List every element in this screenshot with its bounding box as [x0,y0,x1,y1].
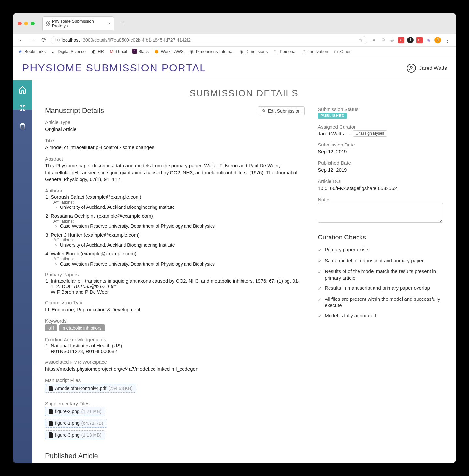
new-tab-button[interactable]: + [119,20,126,27]
ext-icon[interactable]: 1 [407,37,414,43]
reload-button[interactable]: ⟳ [40,36,48,44]
curation-check-item[interactable]: ✓Same model in manuscript and primary pa… [318,257,443,265]
abstract: This Physiome paper describes data and m… [45,162,305,183]
check-icon: ✓ [318,313,322,320]
favicon [46,21,50,26]
bookmark-item[interactable]: ⠿Digital Science [51,49,86,54]
tab-title: Phyisome Submission Prototyp [52,19,106,28]
file-size: (754.63 KB) [108,386,133,391]
notes-textarea[interactable] [318,203,443,223]
star-icon[interactable]: ☆ [359,38,363,43]
url-host: localhost [62,38,80,43]
file-size: (1.21 MB) [81,409,101,414]
ext-icon[interactable]: ◎ [389,37,395,43]
affiliation: University of Auckland, Auckland Bioengi… [60,242,305,248]
check-label: Same model in manuscript and primary pap… [325,257,423,264]
pub-date: Sep 12, 2019 [318,166,443,173]
funding-list: National Institutes of Health (US)R01NS0… [45,343,305,354]
abstract-label: Abstract [45,156,305,161]
home-icon[interactable] [18,85,27,95]
sub-date: Sep 12, 2019 [318,148,443,155]
funding-label: Funding Acknowledgements [45,337,305,342]
keyword-tag: metabolic inhibitors [59,324,105,331]
bookmark-item[interactable]: ◉Dimensions [239,49,268,54]
commission-label: Commission Type [45,300,305,305]
close-window[interactable] [18,22,22,25]
bookmark-item[interactable]: ◉Dimensions-Internal [189,49,234,54]
file-name: figure-1.png [55,421,80,426]
curation-check-item[interactable]: ✓All files are present within the model … [318,296,443,309]
author-item: Rossanna Occhipinti (example@example.com… [51,213,305,229]
bookmark-item[interactable]: #Slack [132,49,149,54]
check-icon: ✓ [318,258,322,265]
bookmark-item[interactable]: ⬢Work - AWS [154,49,184,54]
supplementary-files: figure-2.png (1.21 MB)figure-1.png (64.7… [45,407,305,442]
authors-list: Soroush Safaei (example@example.com)Affi… [45,194,305,267]
ext-icon[interactable]: ◉ [425,37,432,43]
curation-check-item[interactable]: ✓Model is fully annotated [318,313,443,320]
maximize-window[interactable] [31,22,35,25]
close-tab-icon[interactable]: × [108,21,110,26]
doi-label: Article DOI [318,178,443,184]
file-chip[interactable]: figure-2.png (1.21 MB) [45,407,105,416]
edit-submission-button[interactable]: ✎ Edit Submission [258,106,305,115]
page-title: SUBMISSION DETAILS [45,88,443,99]
file-chip[interactable]: AmodelofpHcontrolv4.pdf (754.63 KB) [45,384,136,393]
author-item: Soroush Safaei (example@example.com)Affi… [51,194,305,210]
manuscript-files: AmodelofpHcontrolv4.pdf (754.63 KB) [45,384,305,395]
check-icon: ✓ [318,269,322,275]
bookmark-item[interactable]: 🗀Innovation [301,49,328,54]
menu-icon[interactable]: ⋮ [444,36,451,44]
bookmark-item[interactable]: MGmail [109,49,127,54]
affiliation: University of Auckland, Auckland Bioengi… [60,205,305,210]
curation-check-item[interactable]: ✓Results in manuscript and primary paper… [318,285,443,292]
check-icon: ✓ [318,297,322,303]
notes-label: Notes [318,197,443,202]
manuscript-heading: Manuscript Details [45,106,104,115]
bookmark-item[interactable]: 🗀Personal [273,49,296,54]
sidebar [13,80,32,463]
ext-icon[interactable]: ◆ [371,37,377,43]
published-heading: Published Article [45,452,305,460]
curation-check-item[interactable]: ✓Primary paper exists [318,246,443,253]
ext-icon[interactable]: ① [380,37,386,43]
browser-tab[interactable]: Phyisome Submission Prototyp × [42,16,114,30]
bookmark-item[interactable]: ★Bookmarks [18,49,46,54]
trash-icon[interactable] [18,121,27,131]
expand-icon[interactable] [18,103,27,113]
article-type-label: Article Type [45,119,305,125]
file-icon [49,409,53,414]
pencil-icon: ✎ [262,108,266,114]
profile-avatar[interactable]: J [434,37,441,43]
ext-icon[interactable]: G [416,37,423,43]
file-icon [49,386,53,391]
user-chip[interactable]: Jared Watts [407,64,447,73]
check-label: All files are present within the model a… [325,296,443,309]
file-chip[interactable]: figure-3.png (1.13 MB) [45,430,105,439]
pmr-workspace: https://models.physiomeproject.org/e/4a7… [45,365,305,372]
doi: 10.0166/FK2.stagefigshare.6532562 [318,185,443,192]
checks-heading: Curation Checks [318,234,443,241]
minimize-window[interactable] [24,22,28,25]
back-button[interactable]: ← [18,36,25,44]
bookmark-item[interactable]: 🗀Other [333,49,351,54]
user-avatar-icon [407,64,416,73]
bookmark-item[interactable]: ◐HR [91,49,104,54]
file-chip[interactable]: figure-1.png (64.71 KB) [45,419,107,428]
file-size: (1.13 MB) [81,432,101,438]
sub-date-label: Submission Date [318,142,443,147]
primary-papers-list: Intracellular pH transients in squid gia… [45,278,305,295]
url-input[interactable]: i localhost:3000/details/07ea8500-c02b-4… [51,36,367,44]
app-header: PHYSIOME SUBMISSION PORTAL Jared Watts [13,56,456,80]
check-label: Results of of the model match the result… [325,268,443,281]
curation-checks: ✓Primary paper exists✓Same model in manu… [318,246,443,319]
unassign-button[interactable]: Unassign Myself [353,130,387,137]
commission: III. Endocrine, Reproduction & Developme… [45,306,305,313]
article-type: Original Article [45,126,305,132]
manuscript-files-label: Manuscript Files [45,377,305,383]
curation-check-item[interactable]: ✓Results of of the model match the resul… [318,268,443,281]
ext-icon[interactable]: e [398,37,404,43]
forward-button[interactable]: → [29,36,37,44]
svg-point-0 [410,66,412,68]
check-icon: ✓ [318,247,322,253]
